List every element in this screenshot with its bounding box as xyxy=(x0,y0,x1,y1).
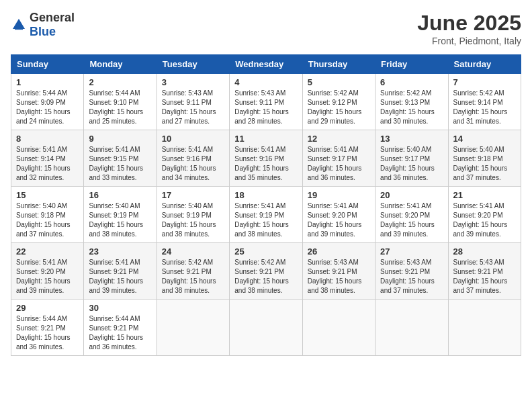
calendar-cell: 19Sunrise: 5:41 AMSunset: 9:20 PMDayligh… xyxy=(302,187,375,243)
day-details: Sunrise: 5:40 AMSunset: 9:18 PMDaylight:… xyxy=(16,201,79,239)
day-number: 2 xyxy=(89,77,151,87)
logo-general-text: General xyxy=(30,11,75,24)
month-title: June 2025 xyxy=(417,11,521,36)
day-details: Sunrise: 5:41 AMSunset: 9:20 PMDaylight:… xyxy=(380,201,443,239)
day-details: Sunrise: 5:41 AMSunset: 9:21 PMDaylight:… xyxy=(89,258,151,295)
day-details: Sunrise: 5:44 AMSunset: 9:21 PMDaylight:… xyxy=(89,314,151,352)
day-number: 27 xyxy=(380,246,443,257)
day-number: 11 xyxy=(234,134,297,144)
calendar-cell: 29Sunrise: 5:44 AMSunset: 9:21 PMDayligh… xyxy=(11,300,84,356)
day-details: Sunrise: 5:41 AMSunset: 9:20 PMDaylight:… xyxy=(16,258,79,295)
calendar-cell: 9Sunrise: 5:41 AMSunset: 9:15 PMDaylight… xyxy=(84,130,157,187)
calendar-week-row: 22Sunrise: 5:41 AMSunset: 9:20 PMDayligh… xyxy=(11,243,521,300)
calendar-cell: 12Sunrise: 5:41 AMSunset: 9:17 PMDayligh… xyxy=(302,130,375,187)
day-number: 26 xyxy=(308,246,370,257)
day-details: Sunrise: 5:41 AMSunset: 9:20 PMDaylight:… xyxy=(453,201,516,239)
day-number: 19 xyxy=(308,190,370,200)
calendar-cell xyxy=(230,300,302,356)
day-details: Sunrise: 5:43 AMSunset: 9:21 PMDaylight:… xyxy=(308,258,370,295)
day-details: Sunrise: 5:43 AMSunset: 9:21 PMDaylight:… xyxy=(453,258,516,295)
calendar-week-row: 1Sunrise: 5:44 AMSunset: 9:09 PMDaylight… xyxy=(11,74,521,130)
day-number: 10 xyxy=(162,134,224,144)
calendar-cell: 6Sunrise: 5:42 AMSunset: 9:13 PMDaylight… xyxy=(375,74,448,130)
calendar-cell: 21Sunrise: 5:41 AMSunset: 9:20 PMDayligh… xyxy=(448,187,521,243)
calendar-cell: 27Sunrise: 5:43 AMSunset: 9:21 PMDayligh… xyxy=(375,243,448,300)
calendar-week-row: 15Sunrise: 5:40 AMSunset: 9:18 PMDayligh… xyxy=(11,187,521,243)
calendar-cell: 8Sunrise: 5:41 AMSunset: 9:14 PMDaylight… xyxy=(11,130,84,187)
calendar-cell xyxy=(375,300,448,356)
day-details: Sunrise: 5:40 AMSunset: 9:19 PMDaylight:… xyxy=(89,201,151,239)
day-number: 5 xyxy=(308,77,370,87)
day-number: 12 xyxy=(308,134,370,144)
day-details: Sunrise: 5:41 AMSunset: 9:15 PMDaylight:… xyxy=(89,145,151,183)
day-number: 30 xyxy=(89,303,151,313)
day-header-tuesday: Tuesday xyxy=(157,55,229,74)
calendar-cell: 7Sunrise: 5:42 AMSunset: 9:14 PMDaylight… xyxy=(448,74,521,130)
calendar-cell: 17Sunrise: 5:40 AMSunset: 9:19 PMDayligh… xyxy=(157,187,229,243)
calendar-cell xyxy=(302,300,375,356)
day-number: 18 xyxy=(234,190,297,200)
calendar-cell: 2Sunrise: 5:44 AMSunset: 9:10 PMDaylight… xyxy=(84,74,157,130)
logo: General Blue xyxy=(11,11,75,39)
day-details: Sunrise: 5:40 AMSunset: 9:18 PMDaylight:… xyxy=(453,145,516,183)
day-header-monday: Monday xyxy=(84,55,157,74)
day-details: Sunrise: 5:41 AMSunset: 9:17 PMDaylight:… xyxy=(308,145,370,183)
page-header: General Blue June 2025 Front, Piedmont, … xyxy=(11,11,521,46)
day-header-sunday: Sunday xyxy=(11,55,84,74)
day-details: Sunrise: 5:42 AMSunset: 9:12 PMDaylight:… xyxy=(308,89,370,126)
calendar-cell: 3Sunrise: 5:43 AMSunset: 9:11 PMDaylight… xyxy=(157,74,229,130)
calendar-cell xyxy=(448,300,521,356)
day-number: 7 xyxy=(453,77,516,87)
svg-marker-0 xyxy=(13,19,25,29)
calendar-cell: 15Sunrise: 5:40 AMSunset: 9:18 PMDayligh… xyxy=(11,187,84,243)
day-details: Sunrise: 5:44 AMSunset: 9:10 PMDaylight:… xyxy=(89,89,151,126)
calendar-cell: 26Sunrise: 5:43 AMSunset: 9:21 PMDayligh… xyxy=(302,243,375,300)
day-number: 25 xyxy=(234,246,297,257)
day-header-friday: Friday xyxy=(375,55,448,74)
calendar-cell: 18Sunrise: 5:41 AMSunset: 9:19 PMDayligh… xyxy=(230,187,302,243)
day-number: 14 xyxy=(453,134,516,144)
calendar-cell: 22Sunrise: 5:41 AMSunset: 9:20 PMDayligh… xyxy=(11,243,84,300)
day-number: 16 xyxy=(89,190,151,200)
calendar-cell: 13Sunrise: 5:40 AMSunset: 9:17 PMDayligh… xyxy=(375,130,448,187)
calendar-week-row: 8Sunrise: 5:41 AMSunset: 9:14 PMDaylight… xyxy=(11,130,521,187)
day-number: 28 xyxy=(453,246,516,257)
calendar-cell: 28Sunrise: 5:43 AMSunset: 9:21 PMDayligh… xyxy=(448,243,521,300)
calendar-cell: 1Sunrise: 5:44 AMSunset: 9:09 PMDaylight… xyxy=(11,74,84,130)
calendar-cell: 14Sunrise: 5:40 AMSunset: 9:18 PMDayligh… xyxy=(448,130,521,187)
day-details: Sunrise: 5:40 AMSunset: 9:17 PMDaylight:… xyxy=(380,145,443,183)
day-number: 24 xyxy=(162,246,224,257)
day-number: 4 xyxy=(234,77,297,87)
calendar-header-row: SundayMondayTuesdayWednesdayThursdayFrid… xyxy=(11,55,521,74)
location-subtitle: Front, Piedmont, Italy xyxy=(417,36,521,46)
calendar-table: SundayMondayTuesdayWednesdayThursdayFrid… xyxy=(11,54,521,356)
logo-blue-text: Blue xyxy=(30,25,56,38)
day-number: 3 xyxy=(162,77,224,87)
day-number: 23 xyxy=(89,246,151,257)
calendar-cell: 20Sunrise: 5:41 AMSunset: 9:20 PMDayligh… xyxy=(375,187,448,243)
day-details: Sunrise: 5:41 AMSunset: 9:16 PMDaylight:… xyxy=(234,145,297,183)
calendar-cell: 11Sunrise: 5:41 AMSunset: 9:16 PMDayligh… xyxy=(230,130,302,187)
day-details: Sunrise: 5:43 AMSunset: 9:21 PMDaylight:… xyxy=(380,258,443,295)
day-details: Sunrise: 5:41 AMSunset: 9:20 PMDaylight:… xyxy=(308,201,370,239)
day-details: Sunrise: 5:42 AMSunset: 9:14 PMDaylight:… xyxy=(453,89,516,126)
day-details: Sunrise: 5:42 AMSunset: 9:13 PMDaylight:… xyxy=(380,89,443,126)
day-number: 9 xyxy=(89,134,151,144)
day-details: Sunrise: 5:40 AMSunset: 9:19 PMDaylight:… xyxy=(162,201,224,239)
calendar-cell: 10Sunrise: 5:41 AMSunset: 9:16 PMDayligh… xyxy=(157,130,229,187)
calendar-cell: 16Sunrise: 5:40 AMSunset: 9:19 PMDayligh… xyxy=(84,187,157,243)
day-details: Sunrise: 5:43 AMSunset: 9:11 PMDaylight:… xyxy=(234,89,297,126)
day-header-thursday: Thursday xyxy=(302,55,375,74)
day-number: 6 xyxy=(380,77,443,87)
day-number: 13 xyxy=(380,134,443,144)
calendar-cell: 4Sunrise: 5:43 AMSunset: 9:11 PMDaylight… xyxy=(230,74,302,130)
calendar-cell: 23Sunrise: 5:41 AMSunset: 9:21 PMDayligh… xyxy=(84,243,157,300)
day-details: Sunrise: 5:41 AMSunset: 9:16 PMDaylight:… xyxy=(162,145,224,183)
day-number: 8 xyxy=(16,134,79,144)
calendar-cell xyxy=(157,300,229,356)
title-area: June 2025 Front, Piedmont, Italy xyxy=(417,11,521,46)
day-details: Sunrise: 5:41 AMSunset: 9:19 PMDaylight:… xyxy=(234,201,297,239)
calendar-cell: 5Sunrise: 5:42 AMSunset: 9:12 PMDaylight… xyxy=(302,74,375,130)
day-details: Sunrise: 5:43 AMSunset: 9:11 PMDaylight:… xyxy=(162,89,224,126)
day-number: 15 xyxy=(16,190,79,200)
